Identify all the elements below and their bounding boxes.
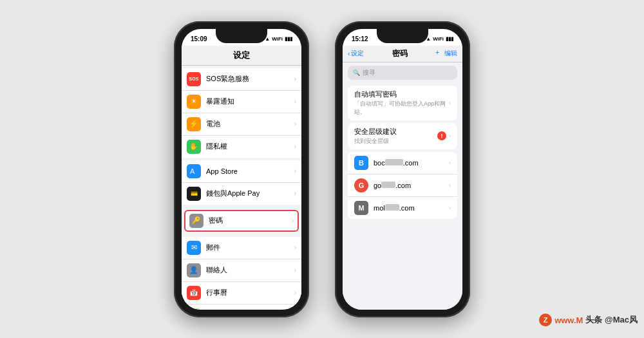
security-subtitle: 找到安全层级 xyxy=(354,137,397,146)
autofill-row: 自动填写密码 「自动填写」可协助您登入App和网站。 › xyxy=(354,89,451,117)
privacy-label: 隱私權 xyxy=(206,142,294,151)
autofill-text: 自动填写密码 「自动填写」可协助您登入App和网站。 xyxy=(354,89,449,117)
nav-bar-1: 设定 xyxy=(182,46,301,66)
settings-section-1: SOS SOS緊急服務 › ☀ 暴露通知 › ⚡ 電池 xyxy=(182,68,301,158)
password-label: 密碼 xyxy=(209,216,292,225)
page-container: 15:09 ▲ WiFi ▮▮▮ 设定 SOS xyxy=(0,0,644,338)
phone1-screen: 15:09 ▲ WiFi ▮▮▮ 设定 SOS xyxy=(182,29,301,310)
watermark-text: www.M xyxy=(554,315,583,325)
account-item-mol[interactable]: M mol.com › xyxy=(348,197,457,219)
accounts-section: B boc.com › G go.com › xyxy=(348,152,457,219)
settings-item-mail[interactable]: ✉ 郵件 › xyxy=(182,237,301,259)
phone2-screen: 15:12 ▲ WiFi ▮▮▮ ‹ 设定 密码 + 编辑 xyxy=(343,29,462,310)
battery-label: 電池 xyxy=(206,119,294,129)
settings-item-password[interactable]: 🔑 密碼 › xyxy=(184,210,299,232)
autofill-chevron-icon: › xyxy=(449,100,451,106)
nav-bar-2: ‹ 设定 密码 + 编辑 xyxy=(343,46,462,62)
back-chevron-icon: ‹ xyxy=(348,50,350,57)
nav-title-1: 设定 xyxy=(188,50,295,61)
security-chevron-icon: › xyxy=(449,133,451,139)
search-container: 🔍 搜寻 xyxy=(343,62,462,83)
time-1: 15:09 xyxy=(191,35,207,42)
blurred-mol xyxy=(385,204,399,211)
calendar-icon: 📅 xyxy=(187,286,201,300)
blurred-google xyxy=(381,182,395,188)
contacts-label: 聯絡人 xyxy=(206,265,294,275)
security-item[interactable]: 安全层级建议 找到安全层级 ! › xyxy=(348,123,457,149)
account-google-chevron-icon: › xyxy=(449,182,451,189)
phone1-frame: 15:09 ▲ WiFi ▮▮▮ 设定 SOS xyxy=(174,21,309,317)
search-bar[interactable]: 🔍 搜寻 xyxy=(348,66,457,80)
account-letter-b: B xyxy=(354,156,368,170)
sos-label: SOS緊急服務 xyxy=(206,74,294,84)
password-icon: 🔑 xyxy=(189,214,204,228)
settings-item-wallet[interactable]: 💳 錢包與Apple Pay › xyxy=(182,183,301,205)
nav-actions: + 编辑 xyxy=(435,49,457,58)
autofill-item[interactable]: 自动填写密码 「自动填写」可协助您登入App和网站。 › xyxy=(348,86,457,120)
blurred-boc xyxy=(385,159,403,165)
settings-item-notes[interactable]: 📝 備忘錄 › xyxy=(182,305,301,309)
notch1 xyxy=(216,29,267,43)
settings-section-2: A App Store › 💳 錢包與Apple Pay › xyxy=(182,160,301,205)
account-domain-boc: boc.com xyxy=(374,159,444,167)
settings-item-exposure[interactable]: ☀ 暴露通知 › xyxy=(182,91,301,113)
watermark: Z www.M 头条 @Mac风 xyxy=(539,314,638,326)
account-item-boc[interactable]: B boc.com › xyxy=(348,152,457,174)
add-button[interactable]: + xyxy=(435,49,439,58)
battery-icon: ⚡ xyxy=(187,117,201,131)
contacts-icon: 👤 xyxy=(187,263,201,277)
wallet-label: 錢包與Apple Pay xyxy=(206,189,294,198)
account-letter-g: G xyxy=(354,178,368,192)
back-label: 设定 xyxy=(351,49,364,58)
status-icons-2: ▲ WiFi ▮▮▮ xyxy=(426,36,453,42)
watermark-z-icon: Z xyxy=(539,314,552,326)
settings-item-battery[interactable]: ⚡ 電池 › xyxy=(182,113,301,136)
search-icon: 🔍 xyxy=(353,70,360,76)
account-domain-mol: mol.com xyxy=(374,204,444,212)
notes-icon: 📝 xyxy=(187,308,201,309)
account-item-google[interactable]: G go.com › xyxy=(348,174,457,197)
calendar-label: 行事曆 xyxy=(206,288,294,297)
exposure-label: 暴露通知 xyxy=(206,97,294,106)
settings-section-3: ✉ 郵件 › 👤 聯絡人 › 📅 行事曆 › xyxy=(182,237,301,309)
settings-item-contacts[interactable]: 👤 聯絡人 › xyxy=(182,259,301,282)
settings-item-appstore[interactable]: A App Store › xyxy=(182,160,301,183)
settings-item-privacy[interactable]: ✋ 隱私權 › xyxy=(182,136,301,158)
watermark-suffix: 头条 @Mac风 xyxy=(585,314,638,326)
search-placeholder: 搜寻 xyxy=(363,68,375,77)
security-text: 安全层级建议 找到安全层级 xyxy=(354,127,397,146)
password-section-wrapper: 🔑 密碼 › xyxy=(182,207,301,234)
exposure-icon: ☀ xyxy=(187,95,201,109)
appstore-icon: A xyxy=(187,164,201,178)
mail-label: 郵件 xyxy=(206,243,294,252)
settings-item-calendar[interactable]: 📅 行事曆 › xyxy=(182,282,301,305)
security-title: 安全层级建议 xyxy=(354,127,397,136)
password-content: 🔍 搜寻 自动填写密码 「自动填写」可协助您登入App和网站。 › xyxy=(343,62,462,310)
account-boc-chevron-icon: › xyxy=(449,160,451,166)
mail-icon: ✉ xyxy=(187,241,201,255)
account-mol-chevron-icon: › xyxy=(449,205,451,211)
status-icons-1: ▲ WiFi ▮▮▮ xyxy=(265,36,292,42)
autofill-title: 自动填写密码 xyxy=(354,89,449,99)
sos-icon: SOS xyxy=(187,72,201,86)
security-row: 安全层级建议 找到安全层级 ! › xyxy=(354,127,451,146)
phone2-frame: 15:12 ▲ WiFi ▮▮▮ ‹ 设定 密码 + 编辑 xyxy=(335,21,470,317)
edit-button[interactable]: 编辑 xyxy=(444,49,457,58)
warning-icon: ! xyxy=(437,131,446,140)
security-warning: ! › xyxy=(437,131,451,140)
settings-item-sos[interactable]: SOS SOS緊急服務 › xyxy=(182,68,301,91)
account-domain-google: go.com xyxy=(374,182,444,189)
notch2 xyxy=(377,29,428,43)
autofill-section: 自动填写密码 「自动填写」可协助您登入App和网站。 › xyxy=(348,86,457,120)
svg-text:A: A xyxy=(190,167,195,175)
appstore-label: App Store xyxy=(206,167,294,175)
back-button[interactable]: ‹ 设定 xyxy=(348,49,364,58)
time-2: 15:12 xyxy=(352,35,368,42)
privacy-icon: ✋ xyxy=(187,140,201,154)
security-section: 安全层级建议 找到安全层级 ! › xyxy=(348,123,457,149)
settings-list: SOS SOS緊急服務 › ☀ 暴露通知 › ⚡ 電池 xyxy=(182,66,301,309)
autofill-subtitle: 「自动填写」可协助您登入App和网站。 xyxy=(354,100,449,117)
wallet-icon: 💳 xyxy=(187,187,201,201)
account-letter-m: M xyxy=(354,201,368,215)
nav-title-2: 密码 xyxy=(392,48,408,59)
